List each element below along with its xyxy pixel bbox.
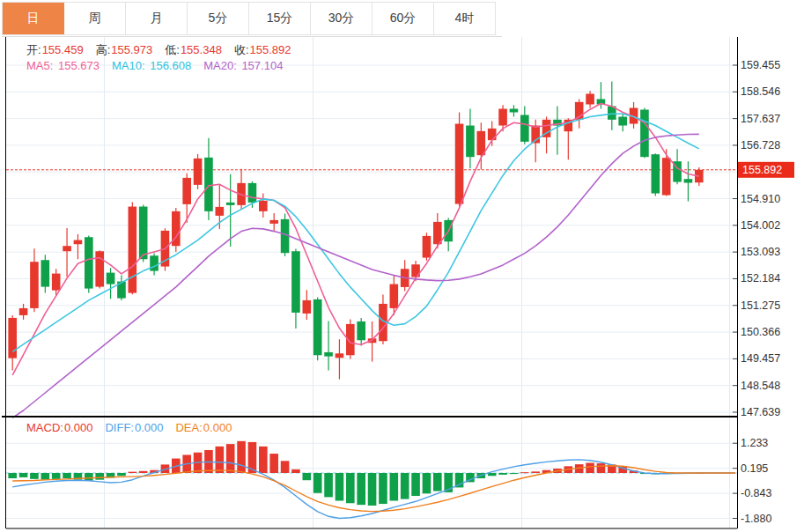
candle-down (652, 154, 660, 193)
candle-down (618, 117, 627, 126)
macd-bar-negative (510, 473, 519, 474)
macd-bar-negative (368, 473, 377, 506)
candle-up (30, 262, 39, 308)
macd-bar-negative (324, 473, 333, 497)
price-axis-label: 156.728 (741, 139, 780, 151)
price-axis-label: 149.457 (741, 352, 780, 365)
macd-bar-negative (401, 473, 409, 499)
candle-up (8, 318, 17, 358)
tab-4hour[interactable]: 4时 (434, 3, 496, 34)
candle-down (291, 251, 300, 313)
candle-down (357, 321, 365, 340)
macd-axis-label: 1.233 (741, 437, 768, 449)
tab-day[interactable]: 日 (3, 3, 64, 34)
candle-up (129, 207, 137, 293)
candle-down (107, 273, 115, 284)
macd-bar-negative (498, 473, 507, 475)
period-tab-bar: 日周月5分15分30分60分4时 (2, 2, 496, 35)
candle-up (74, 240, 83, 245)
tab-week[interactable]: 周 (64, 3, 126, 34)
candle-up (63, 246, 71, 251)
macd-bar-positive (129, 472, 137, 473)
candle-down (510, 109, 519, 113)
candle-down (520, 115, 529, 142)
macd-bar-negative (303, 473, 312, 480)
price-axis-label: 150.366 (741, 326, 780, 338)
macd-bar-negative (313, 473, 322, 493)
candle-up (662, 158, 671, 195)
macd-axis-label: 0.195 (741, 462, 768, 475)
candle-up (336, 353, 344, 358)
candle-down (226, 203, 235, 205)
macd-bar-negative (8, 473, 17, 478)
candle-down (85, 237, 93, 288)
price-axis-label: 159.455 (741, 59, 780, 71)
price-axis-label: 148.548 (741, 380, 780, 392)
candle-up (303, 300, 312, 314)
macd-bar-negative (488, 473, 497, 476)
price-axis-label: 153.093 (741, 246, 780, 258)
candle-up (216, 207, 225, 216)
candle-up (182, 178, 191, 204)
price-axis-label: 151.275 (741, 299, 780, 312)
price-axis-label: 157.637 (741, 113, 780, 125)
macd-bar-positive (216, 447, 225, 473)
tab-month[interactable]: 月 (126, 3, 188, 34)
macd-bar-negative (423, 473, 432, 493)
macd-bar-positive (139, 471, 148, 473)
tab-5min[interactable]: 5分 (188, 3, 249, 34)
macd-bar-negative (336, 473, 344, 501)
price-axis-label: 154.002 (741, 219, 780, 232)
candle-down (466, 126, 475, 158)
macd-bar-negative (117, 473, 126, 476)
macd-bar-negative (19, 473, 28, 477)
macd-bar-negative (346, 473, 355, 503)
candle-up (259, 201, 268, 211)
ma10-line (12, 114, 699, 351)
candle-down (248, 183, 257, 203)
ma20-line (12, 134, 699, 417)
candle-down (313, 299, 322, 355)
macd-bar-negative (433, 473, 442, 491)
candle-up (423, 236, 432, 258)
macd-bar-negative (85, 473, 93, 481)
candle-up (269, 220, 278, 224)
candle-up (455, 124, 464, 204)
macd-bar-negative (390, 473, 399, 501)
candlestick-chart-canvas[interactable]: 159.455158.546157.637156.728154.910154.0… (0, 0, 804, 532)
price-axis-label: 158.546 (741, 85, 780, 98)
tab-15min[interactable]: 15分 (249, 3, 311, 34)
price-axis-label: 152.184 (741, 272, 780, 284)
candle-down (150, 255, 159, 270)
macd-axis-label: -0.843 (741, 487, 771, 499)
macd-bar-positive (237, 441, 246, 473)
candle-up (390, 284, 399, 308)
price-axis-label: 154.910 (741, 193, 780, 205)
current-price-badge-text: 155.892 (742, 164, 782, 176)
ma5-line (12, 104, 699, 375)
macd-bar-positive (291, 469, 300, 473)
candle-down (139, 207, 148, 260)
candle-up (477, 131, 486, 155)
macd-bar-negative (379, 473, 387, 504)
tab-30min[interactable]: 30分 (311, 3, 372, 34)
tab-60min[interactable]: 60分 (372, 3, 434, 34)
macd-bar-negative (357, 473, 365, 505)
macd-bar-negative (30, 473, 39, 479)
macd-bar-negative (41, 473, 50, 480)
macd-bar-positive (597, 463, 606, 473)
candle-down (640, 110, 649, 158)
macd-bar-positive (531, 471, 540, 473)
candle-down (204, 158, 213, 211)
candle-up (586, 94, 594, 105)
candle-down (684, 179, 693, 182)
candle-up (488, 129, 497, 140)
macd-bar-negative (411, 473, 420, 496)
macd-bar-negative (52, 473, 61, 479)
price-axis-label: 147.639 (741, 406, 780, 418)
candle-up (95, 251, 104, 286)
macd-bar-positive (586, 462, 594, 473)
candle-up (19, 308, 28, 315)
candle-up (498, 109, 507, 126)
macd-bar-positive (269, 454, 278, 473)
